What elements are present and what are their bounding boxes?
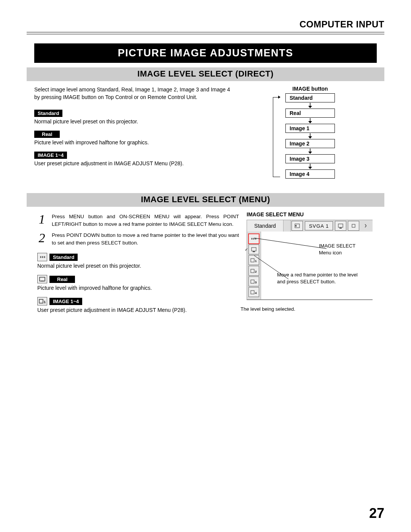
step-number-1: 1 <box>37 213 46 228</box>
osd-square-icon <box>348 221 359 231</box>
diamonds-icon <box>37 253 47 261</box>
label-menu-standard: Standard <box>49 254 78 261</box>
callout-3: The level being selected. <box>241 306 336 313</box>
label-menu-real: Real <box>49 276 75 283</box>
real-icon <box>37 275 47 283</box>
svg-marker-18 <box>295 225 296 227</box>
callout-1: IMAGE SELECT Menu icon <box>319 243 365 256</box>
desc-standard: Normal picture level preset on this proj… <box>34 118 236 125</box>
step-text-2: Press POINT DOWN button to move a red fr… <box>52 232 239 247</box>
label-image14: IMAGE 1~4 <box>34 152 67 159</box>
svg-text:2: 2 <box>255 270 257 273</box>
page-header: COMPUTER INPUT <box>27 19 384 30</box>
step-text-1: Press MENU button and ON-SCREEN MENU wil… <box>52 213 239 228</box>
label-menu-image14: IMAGE 1~4 <box>49 298 82 305</box>
osd-svga-label: SVGA 1 <box>305 221 333 230</box>
desc-real: Picture level with improved halftone for… <box>34 139 236 145</box>
svg-marker-12 <box>44 256 45 258</box>
arrow-down-icon <box>308 164 312 169</box>
desc-menu-image14: User preset picture adjustment in IMAGE … <box>37 307 239 313</box>
svg-text:1: 1 <box>44 300 46 304</box>
svg-marker-10 <box>40 256 41 258</box>
svg-rect-19 <box>338 224 343 227</box>
svg-rect-25 <box>252 248 256 251</box>
arrow-down-icon <box>308 133 312 139</box>
diagram-title: IMAGE SELECT MENU <box>247 211 377 217</box>
image1-icon: 1 <box>37 297 47 305</box>
svg-text:3: 3 <box>255 281 257 284</box>
direct-intro: Select image level among Standard, Real,… <box>34 86 236 101</box>
svg-rect-33 <box>251 291 254 294</box>
flow-box: Real <box>285 109 335 118</box>
svg-marker-1 <box>308 106 312 108</box>
label-real: Real <box>34 131 60 138</box>
header-divider <box>27 32 384 34</box>
osd-menu-icon-img2: 2 <box>249 266 259 276</box>
svg-marker-5 <box>308 136 312 139</box>
svg-marker-23 <box>253 238 255 240</box>
flow-title: IMAGE button <box>244 86 377 92</box>
section-heading-direct: IMAGE LEVEL SELECT (DIRECT) <box>27 67 384 81</box>
step-number-2: 2 <box>37 232 46 247</box>
section-heading-menu: IMAGE LEVEL SELECT (MENU) <box>27 193 384 207</box>
desc-menu-real: Picture level with improved halftone for… <box>37 285 239 291</box>
label-standard: Standard <box>34 110 62 117</box>
svg-marker-11 <box>42 256 43 258</box>
flow-box: Image 4 <box>285 169 335 179</box>
osd-source-icon <box>292 221 303 231</box>
svg-text:4: 4 <box>255 291 257 295</box>
svg-rect-31 <box>251 280 254 283</box>
svg-rect-21 <box>352 224 355 227</box>
flow-loop-arrow-icon <box>278 96 280 99</box>
callout-2: Move a red frame pointer to the level an… <box>277 272 365 285</box>
osd-menu-icon-diamonds <box>249 234 259 244</box>
osd-display-value: Standard <box>247 220 284 232</box>
svg-marker-9 <box>308 167 312 169</box>
svg-text:1: 1 <box>255 259 257 263</box>
osd-menu-icon-real <box>249 244 259 254</box>
osd-more-icon <box>361 221 371 230</box>
svg-rect-27 <box>251 259 254 262</box>
osd-menu-icon-img4: 4 <box>249 287 259 297</box>
flow-box: Image 3 <box>285 154 335 163</box>
svg-rect-15 <box>39 299 43 303</box>
desc-menu-standard: Normal picture level preset on this proj… <box>37 263 239 269</box>
flow-box: Image 2 <box>285 139 335 148</box>
flow-box: Standard <box>285 93 335 102</box>
arrow-down-icon <box>308 103 312 108</box>
svg-marker-22 <box>251 238 253 240</box>
svg-marker-7 <box>308 152 312 154</box>
desc-image14: User preset picture adjustment in IMAGE … <box>34 160 236 166</box>
flow-box: Image 1 <box>285 124 335 133</box>
page-number: 27 <box>369 505 384 521</box>
osd-pc-icon <box>335 221 346 231</box>
svg-rect-13 <box>40 277 45 281</box>
svg-marker-3 <box>308 121 312 123</box>
osd-menu-icon-img3: 3 <box>249 276 259 286</box>
onscreen-menu: Standard SVGA 1 1 2 3 4 <box>247 220 373 300</box>
svg-marker-24 <box>255 238 256 240</box>
page-title: PICTURE IMAGE ADJUSTMENTS <box>34 43 377 63</box>
arrow-down-icon <box>308 149 312 154</box>
svg-rect-29 <box>251 269 254 273</box>
flow-loop-line <box>273 97 280 177</box>
arrow-down-icon <box>308 118 312 123</box>
osd-menu-icon-img1: 1 <box>249 255 259 265</box>
